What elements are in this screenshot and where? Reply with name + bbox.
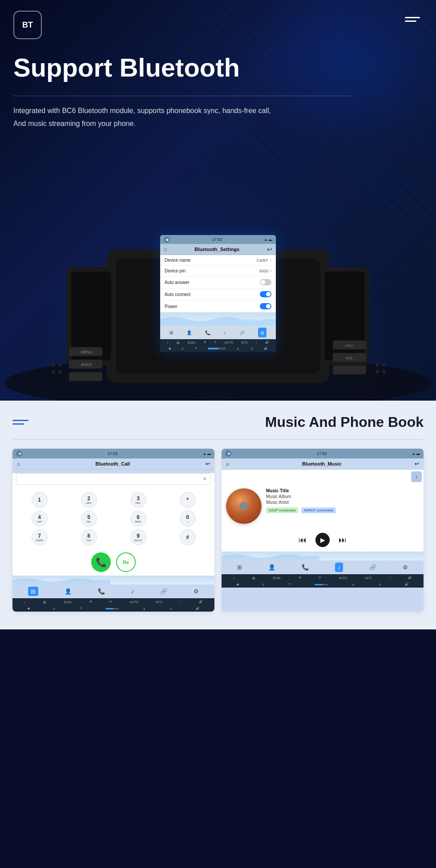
music-prev-btn[interactable]: ⏮ <box>299 535 307 545</box>
call-answer-btn[interactable]: 📞 <box>91 552 111 572</box>
call-back-arrow[interactable]: ↩ <box>206 461 210 467</box>
screen-system-row: ⌂ ⏻ DUAL ❄ ⟳ AUTO 34°C ↕ 🔊 <box>160 339 276 345</box>
key-0[interactable]: 0+ <box>180 511 196 527</box>
screen-icon-music[interactable]: ♪ <box>224 330 226 335</box>
key-2[interactable]: 2ABC <box>81 492 97 508</box>
svg-text:BACK: BACK <box>81 362 93 367</box>
call-icon-grid-active[interactable]: ⊞ <box>28 587 38 596</box>
svg-point-18 <box>382 363 386 367</box>
key-6[interactable]: 6MNO <box>130 511 146 527</box>
screen-icon-settings-active[interactable]: ⚙ <box>258 328 266 337</box>
music-note-btn[interactable]: ♪ <box>411 471 422 482</box>
call-progress <box>105 608 119 609</box>
music-back-arrow[interactable]: ↩ <box>415 461 419 467</box>
screen-icon-grid[interactable]: ⊞ <box>170 330 173 335</box>
key-7[interactable]: 7PQRS <box>32 529 48 545</box>
call-btns: 📞 Re <box>12 549 214 576</box>
hamburger-menu[interactable] <box>405 17 420 22</box>
screen-titlebar: ⌂ Bluetooth_Settings ↩ <box>160 244 276 255</box>
call-home-icon[interactable]: ⌂ <box>17 461 20 466</box>
key-4[interactable]: 4GHI <box>32 511 48 527</box>
call-title: Bluetooth_Call <box>96 461 130 466</box>
dialer-search[interactable]: ✕ <box>16 473 211 485</box>
music-icon-person[interactable]: 👤 <box>268 564 275 571</box>
music-system-row: ⌂ ⏻ DUAL ❄ ⟳ AUTO 34°C ↕ 🔊 <box>222 574 424 581</box>
hero-desc-line2: And music streaming from your phone. <box>13 120 136 127</box>
hero-section: BT Support Bluetooth Integrated with BC6… <box>0 0 436 401</box>
screen-time: 17:53 <box>212 237 222 242</box>
auto-answer-toggle[interactable] <box>260 279 271 285</box>
music-icon-phone[interactable]: 📞 <box>302 564 309 571</box>
screen-content: Device name CarBT › Device pin 0000 › <box>160 255 276 326</box>
hero-desc-line1: Integrated with BC6 Bluetooth module, su… <box>13 107 271 114</box>
svg-text:VOL-: VOL- <box>346 356 354 360</box>
call-nav-row: ◀ 0 ↰ 🌡 0 🔊 <box>12 605 214 612</box>
music-icon-settings[interactable]: ⚙ <box>403 564 408 571</box>
call-icon-settings[interactable]: ⚙ <box>194 588 199 595</box>
call-icon-link[interactable]: 🔗 <box>160 588 167 595</box>
subscreens-wrapper: ◀ 17:53 ▲ ▬ ⌂ Bluetooth_Call ↩ ✕ 1 2ABC <box>12 449 424 612</box>
screen-icon-link[interactable]: 🔗 <box>239 330 245 335</box>
screen-back-arrow[interactable]: ↩ <box>267 246 272 253</box>
screen-row-device-pin[interactable]: Device pin 0000 › <box>160 266 276 276</box>
call-status-icons: ▲ ▬ <box>203 452 211 456</box>
bottom-panel: Music And Phone Book ◀ 17:53 ▲ ▬ ⌂ Bluet… <box>0 401 436 629</box>
music-title-text: Music Title <box>266 488 419 493</box>
key-1[interactable]: 1 <box>32 492 48 508</box>
music-badges: A2DP connected AVRCP connected <box>266 507 419 514</box>
call-icon-person[interactable]: 👤 <box>65 588 72 595</box>
panel-title: Music And Phone Book <box>265 414 424 430</box>
screen-row-device-name[interactable]: Device name CarBT › <box>160 255 276 266</box>
key-3[interactable]: 3DEF <box>130 492 146 508</box>
screen-settings-icon: ⚙ <box>260 331 264 336</box>
music-icon-area: ♪ <box>222 470 424 484</box>
screen-row-auto-answer[interactable]: Auto answer <box>160 276 276 288</box>
key-hash[interactable]: # <box>180 529 196 545</box>
music-titlebar: ⌂ Bluetooth_Music ↩ <box>222 458 424 470</box>
hero-description: Integrated with BC6 Bluetooth module, su… <box>13 105 271 130</box>
key-5[interactable]: 5JKL <box>81 511 97 527</box>
panel-hamburger[interactable] <box>12 420 28 425</box>
album-art <box>226 488 262 524</box>
svg-text:MENU: MENU <box>81 350 93 354</box>
panel-divider <box>12 439 424 440</box>
music-icon-grid[interactable]: ⊞ <box>237 564 242 571</box>
auto-connect-toggle[interactable] <box>260 291 271 297</box>
screen-icon-phone[interactable]: 📞 <box>205 330 210 335</box>
screen-row-auto-connect[interactable]: Auto connect <box>160 288 276 300</box>
svg-point-20 <box>382 370 386 373</box>
music-back-btn[interactable]: ◀ <box>225 450 231 457</box>
call-wave <box>12 576 214 584</box>
panel-header: Music And Phone Book <box>12 414 424 430</box>
music-title-bar: Bluetooth_Music <box>302 461 342 466</box>
music-home-icon[interactable]: ⌂ <box>226 461 229 466</box>
power-toggle[interactable] <box>260 303 271 309</box>
screen-home-icon[interactable]: ⌂ <box>164 246 167 252</box>
keypad: 1 2ABC 3DEF * 4GHI 5JKL 6MNO 0+ 7PQRS 8T… <box>12 488 214 549</box>
music-progress <box>315 584 328 585</box>
music-play-btn[interactable]: ▶ <box>315 533 330 547</box>
svg-text:VOL+: VOL+ <box>345 344 355 348</box>
call-titlebar: ⌂ Bluetooth_Call ↩ <box>12 458 214 470</box>
music-next-btn[interactable]: ⏭ <box>339 535 347 545</box>
key-8[interactable]: 8TUV <box>81 529 97 545</box>
screen-row-power[interactable]: Power <box>160 300 276 312</box>
call-redial-btn[interactable]: Re <box>116 552 136 572</box>
music-content-area: ♪ Music Title Music Album Music Artist <box>222 470 424 560</box>
music-icon-link[interactable]: 🔗 <box>369 564 376 571</box>
bt-logo: BT <box>13 11 42 39</box>
search-clear-icon[interactable]: ✕ <box>202 476 207 482</box>
call-icon-music[interactable]: ♪ <box>131 588 134 595</box>
key-9[interactable]: 9WXYZ <box>130 529 146 545</box>
screen-back-btn[interactable]: ◀ <box>164 236 170 243</box>
call-icon-phone[interactable]: 📞 <box>98 588 105 595</box>
call-back-btn[interactable]: ◀ <box>16 450 22 457</box>
music-status-icons: ▲ ▬ <box>412 452 420 456</box>
screen-icon-person[interactable]: 👤 <box>186 330 192 335</box>
key-star[interactable]: * <box>180 492 196 508</box>
call-system-row: ⌂ ⏻ DUAL ❄ ⟳ AUTO 34°C ↕ 🔊 <box>12 598 214 605</box>
music-info-row: Music Title Music Album Music Artist A2D… <box>222 484 424 528</box>
screen-statusbar: ◀ 17:53 ▲ ▬ <box>160 235 276 244</box>
music-icon-note-active[interactable]: ♪ <box>335 563 343 572</box>
music-info: Music Title Music Album Music Artist A2D… <box>266 488 419 524</box>
